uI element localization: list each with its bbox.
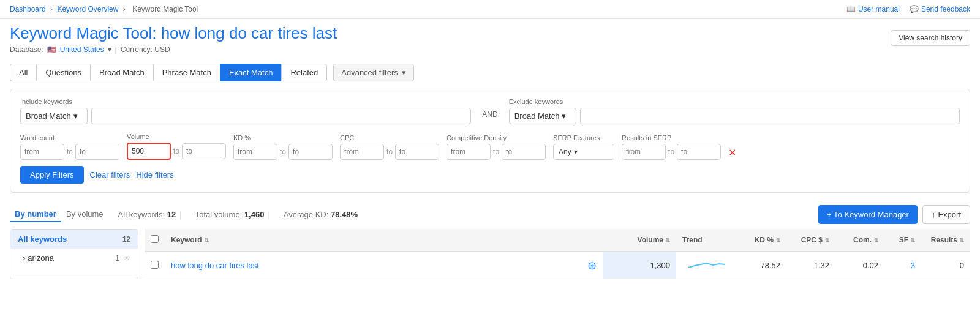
close-filters-icon[interactable]: ✕ (728, 148, 736, 158)
kd-to[interactable] (288, 144, 333, 160)
add-to-keyword-manager-button[interactable]: + To Keyword Manager (818, 205, 918, 224)
exclude-match-select[interactable]: Broad Match ▾ (509, 108, 576, 124)
th-kd[interactable]: KD % ⇅ (737, 229, 786, 252)
row-volume-cell: 1,300 (603, 252, 676, 279)
comp-from[interactable] (447, 144, 491, 160)
avg-kd-label: Average KD: (284, 210, 328, 219)
export-button[interactable]: ↑ Export (922, 205, 970, 224)
sort-tabs: By number By volume (10, 207, 108, 222)
kd-sort-icon: ⇅ (775, 237, 780, 244)
currency-label: Currency: USD (121, 45, 170, 54)
row-sf-cell: 3 (884, 252, 921, 279)
advanced-filters-button[interactable]: Advanced filters ▾ (333, 64, 414, 81)
word-count-to[interactable] (75, 144, 119, 160)
include-match-select[interactable]: Broad Match ▾ (20, 108, 88, 124)
results-serp-from[interactable] (622, 144, 666, 160)
sidebar-item-all-keywords[interactable]: All keywords 12 (10, 230, 138, 249)
th-add (581, 229, 603, 252)
sf-sort-icon: ⇅ (910, 237, 915, 244)
row-kd-cell: 78.52 (737, 252, 786, 279)
row-com: 0.02 (863, 261, 878, 270)
results-sort-icon: ⇅ (959, 237, 964, 244)
action-row: Apply Filters Clear filters Hide filters (20, 166, 960, 184)
select-all-checkbox[interactable] (151, 235, 159, 243)
cpc-label: CPC (340, 134, 439, 141)
sidebar-all-keywords-label: All keywords (18, 234, 67, 244)
volume-from[interactable] (127, 143, 171, 160)
tab-row: All Questions Broad Match Phrase Match E… (10, 64, 970, 81)
th-volume[interactable]: Volume ⇅ (603, 229, 676, 252)
row-cpc-cell: 1.32 (786, 252, 835, 279)
breadcrumb-keyword-overview[interactable]: Keyword Overview (57, 5, 118, 13)
cpc-sort-icon: ⇅ (824, 237, 829, 244)
eye-icon[interactable]: 👁 (123, 254, 130, 263)
volume-to[interactable] (182, 143, 226, 159)
row-results: 0 (960, 261, 964, 270)
title-prefix: Keyword Magic Tool: (10, 24, 156, 42)
send-feedback-link[interactable]: 💬 Send feedback (910, 5, 970, 13)
exclude-match-value: Broad Match (514, 111, 560, 121)
sort-by-volume-tab[interactable]: By volume (61, 207, 108, 222)
cpc-from[interactable] (340, 144, 384, 160)
kd-from[interactable] (233, 144, 277, 160)
tab-broad-match[interactable]: Broad Match (90, 64, 153, 81)
tab-exact-match[interactable]: Exact Match (220, 64, 282, 81)
sidebar-item-arizona[interactable]: › arizona 1 👁 (10, 249, 138, 268)
sidebar-arizona-count: 1 (115, 254, 119, 263)
keyword-sort-icon: ⇅ (204, 237, 209, 244)
user-manual-link[interactable]: 📖 User manual (846, 5, 900, 13)
all-keywords-label: All keywords: (118, 210, 165, 219)
results-serp-to[interactable] (677, 144, 721, 160)
th-keyword[interactable]: Keyword ⇅ (165, 229, 581, 252)
row-checkbox[interactable] (151, 261, 159, 269)
th-trend: Trend (676, 229, 737, 252)
serp-features-filter: SERP Features Any ▾ (553, 134, 614, 160)
hide-filters-button[interactable]: Hide filters (136, 170, 173, 179)
breadcrumb-dashboard[interactable]: Dashboard (10, 5, 46, 13)
comp-to[interactable] (502, 144, 546, 160)
keyword-sidebar: All keywords 12 › arizona 1 👁 (10, 229, 138, 279)
exclude-keywords-input-row: Broad Match ▾ (509, 108, 960, 124)
filter-panel: Include keywords Broad Match ▾ AND Exclu… (10, 89, 970, 193)
sort-by-number-tab[interactable]: By number (10, 207, 61, 222)
th-cpc[interactable]: CPC $ ⇅ (786, 229, 835, 252)
exclude-keywords-label: Exclude keywords (509, 98, 960, 105)
kd-filter: KD % to (233, 134, 333, 160)
th-results[interactable]: Results ⇅ (921, 229, 970, 252)
exclude-keywords-input[interactable] (580, 108, 960, 124)
serp-features-select[interactable]: Any ▾ (553, 144, 614, 160)
tab-related[interactable]: Related (281, 64, 327, 81)
keyword-link[interactable]: how long do car tires last (171, 261, 259, 270)
add-keyword-icon[interactable]: ⊕ (587, 260, 597, 272)
title-query: how long do car tires last (161, 24, 337, 42)
trend-chart (688, 258, 725, 271)
page-header: Keyword Magic Tool: how long do car tire… (10, 24, 337, 54)
page-title: Keyword Magic Tool: how long do car tire… (10, 24, 337, 43)
th-sf[interactable]: SF ⇅ (884, 229, 921, 252)
apply-filters-button[interactable]: Apply Filters (20, 166, 84, 184)
include-keywords-input[interactable] (91, 108, 471, 124)
row-trend-cell (676, 252, 737, 279)
th-com[interactable]: Com. ⇅ (835, 229, 884, 252)
all-keywords-count: 12 (167, 210, 176, 219)
word-count-from[interactable] (20, 144, 64, 160)
table-row: how long do car tires last ⊕ 1,300 (145, 252, 970, 279)
sidebar-arizona-label: arizona (28, 253, 54, 263)
row-volume: 1,300 (650, 261, 670, 270)
avg-kd-value: 78.48% (331, 210, 358, 219)
view-history-button[interactable]: View search history (891, 30, 970, 46)
country-link[interactable]: United States (60, 45, 104, 54)
page-subtitle: Database: 🇺🇸 United States ▾ | Currency:… (10, 45, 337, 54)
tab-all[interactable]: All (10, 64, 36, 81)
row-com-cell: 0.02 (835, 252, 884, 279)
cpc-to[interactable] (395, 144, 439, 160)
sf-link[interactable]: 3 (911, 261, 915, 270)
tab-questions[interactable]: Questions (36, 64, 90, 81)
results-serp-filter: Results in SERP to (622, 134, 721, 160)
tab-phrase-match[interactable]: Phrase Match (153, 64, 220, 81)
sidebar-all-keywords-count: 12 (123, 235, 130, 244)
include-keywords-group: Include keywords Broad Match ▾ (20, 98, 471, 124)
volume-sort-icon: ⇅ (665, 237, 670, 244)
serp-features-label: SERP Features (553, 134, 614, 141)
clear-filters-button[interactable]: Clear filters (90, 170, 130, 179)
